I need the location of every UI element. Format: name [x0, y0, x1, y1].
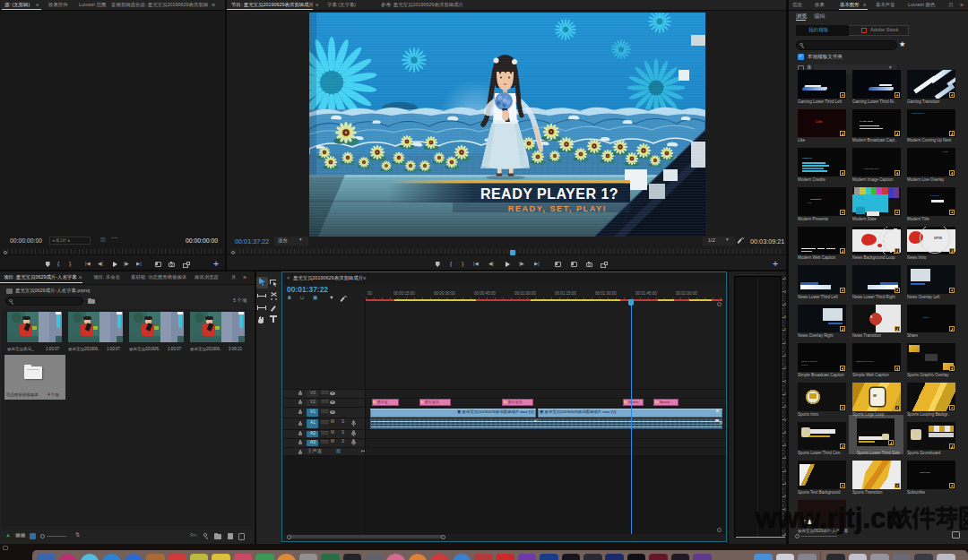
svg-text:www.rjtj.cn: www.rjtj.cn	[756, 504, 903, 534]
